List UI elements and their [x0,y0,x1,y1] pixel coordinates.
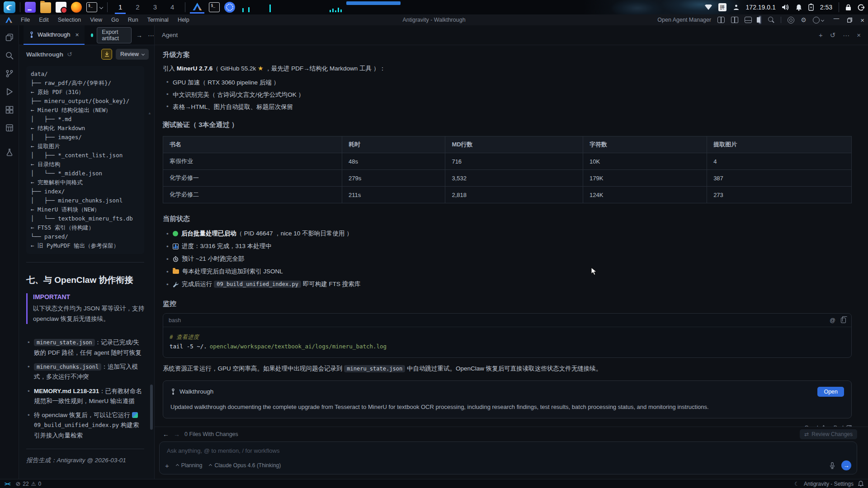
table-cell: 279s [342,170,445,187]
forward-arrow-icon[interactable]: → [174,431,180,438]
firefox-launcher[interactable] [71,2,82,13]
microphone-icon[interactable] [830,462,835,469]
list-item: 待 openclaw 恢复后，可以让它运行 09_build_unified_i… [34,410,144,441]
agent-manager-icon[interactable] [5,33,14,42]
table-cell: 2,818 [445,187,583,203]
split-columns-icon[interactable] [731,17,738,23]
run-debug-icon[interactable] [5,87,14,97]
menu-selection[interactable]: Selection [54,16,85,24]
restore-button[interactable] [847,18,852,23]
review-dropdown[interactable]: Review [116,49,149,60]
menu-file[interactable]: File [17,16,34,24]
python-icon [132,412,138,418]
history-icon[interactable]: ↺ [830,31,836,39]
database-icon[interactable] [5,123,14,133]
green-circle-icon [173,231,178,236]
workspace-1[interactable]: 1 [117,1,124,14]
lock-icon[interactable] [845,4,851,11]
workspace-3[interactable]: 3 [151,1,159,14]
back-arrow-icon[interactable]: ← [163,431,169,438]
walkthrough-card: Walkthrough Open Updated walkthrough doc… [163,380,852,419]
file-manager-launcher[interactable] [40,2,51,13]
browser-icon[interactable] [788,17,794,23]
close-panel-icon[interactable]: × [857,31,861,39]
close-button[interactable]: × [860,16,864,24]
terminal-launcher[interactable]: $_ [86,2,97,12]
settings-status-label[interactable]: Antigravity - Settings [804,481,854,487]
export-artifact-button[interactable] [101,49,112,60]
panel-bottom-icon[interactable] [745,17,752,23]
tab-close-icon[interactable]: × [75,31,79,38]
menu-go[interactable]: Go [107,16,123,24]
review-changes-button[interactable]: ⇄Review Changes [800,429,857,439]
scrollbar-thumb[interactable] [150,385,153,430]
notifications-icon[interactable] [796,4,802,11]
menu-terminal[interactable]: Terminal [143,16,173,24]
ip-address[interactable]: 172.19.0.1 [746,4,776,11]
layout-grid-icon[interactable] [717,17,725,23]
gear-icon[interactable]: ⚙ [801,16,807,23]
kali-menu-button[interactable] [4,1,15,13]
menu-edit[interactable]: Edit [35,16,53,24]
open-walkthrough-button[interactable]: Open [817,387,844,397]
profile-menu[interactable] [813,17,824,23]
bell-icon[interactable] [858,481,863,487]
keyboard-icon[interactable] [733,5,740,10]
source-control-icon[interactable] [5,69,14,79]
text-editor-launcher[interactable] [56,2,66,13]
scroll-up-arrow[interactable]: ▲ [148,111,151,115]
monitor-graph-bar [330,10,331,12]
app-launcher-window[interactable] [25,2,36,13]
agent-conversation[interactable]: 升级方案 引入 MinerU 2.7.6（ GitHub 55.2k ★ ，最先… [155,45,868,427]
results-table: 书名耗时MD行数字符数提取图片 寒假作业48s71610K4化学必修一279s3… [163,136,852,203]
menu-help[interactable]: Help [174,16,193,24]
tab-walkthrough[interactable]: Walkthrough × [24,25,85,45]
table-header-cell: 提取图片 [707,136,852,153]
input-method-badge[interactable]: 拼 [718,3,726,11]
signal-app-item[interactable] [224,2,235,13]
agent-input[interactable]: Ask anything, @ to mention, / for workfl… [165,446,851,460]
send-button[interactable]: → [841,460,851,470]
agent-input-container[interactable]: Ask anything, @ to mention, / for workfl… [159,441,857,474]
extensions-icon[interactable] [5,105,14,115]
arrow-right-icon[interactable]: → [136,32,142,39]
testing-flask-icon[interactable] [5,147,14,157]
tray-clock[interactable]: 2:53 [820,4,832,11]
antigravity-taskbar-item[interactable] [190,1,204,14]
terminal-window-item[interactable]: $_ [209,2,220,12]
menu-view[interactable]: View [86,16,106,24]
search-icon[interactable] [5,51,14,61]
attach-icon[interactable]: + [165,462,169,469]
more-actions-icon[interactable]: ··· [843,31,849,39]
workspace-4[interactable]: 4 [169,1,176,14]
battery-icon[interactable] [808,4,814,11]
wifi-icon[interactable] [705,5,712,10]
planning-toggle[interactable]: Planning [176,462,203,469]
status-item: 预计 ~21 小时跑完全部 [173,255,852,263]
menu-run[interactable]: Run [124,16,142,24]
notes-list: mineru_state.json：记录已完成/失败的 PDF 路径，任何 ag… [26,338,144,440]
remote-icon[interactable]: >< [5,481,10,487]
status-list: 后台批量处理已启动（ PID 46647 ，nice 10 不影响日常使用 ） … [163,230,852,288]
walkthrough-header: Walkthrough ↺ Review [19,45,154,63]
search-icon[interactable] [768,17,774,23]
terminal-dropdown-icon[interactable] [99,5,103,9]
more-actions-icon[interactable]: ··· [148,32,154,39]
monitor-graph-bar [340,9,342,12]
volume-icon[interactable] [782,4,789,10]
problems-indicator[interactable]: ⊘ 22 ⚠ 0 [15,480,41,487]
send-arrow-icon: → [844,462,849,469]
minimize-button[interactable]: — [834,15,840,22]
new-chat-icon[interactable]: + [819,31,823,39]
copy-icon[interactable] [841,318,846,323]
antigravity-logo[interactable] [5,17,12,23]
panel-right-toggle[interactable] [758,15,762,24]
workspace-2[interactable]: 2 [134,1,141,14]
model-selector[interactable]: Claude Opus 4.6 (Thinking) [209,462,281,469]
system-taskbar: $_ 1234 $_ 拼 172.19.0.1 [0,0,868,14]
logout-icon[interactable] [858,4,864,11]
mention-icon[interactable]: @ [830,317,835,324]
open-agent-manager-button[interactable]: Open Agent Manager [657,17,711,23]
history-icon[interactable]: ↺ [67,51,72,58]
walkthrough-document[interactable]: ▲ data/ ├── raw_pdf/高中/{9学科}/ ← 原始 PDF（3… [19,63,154,479]
